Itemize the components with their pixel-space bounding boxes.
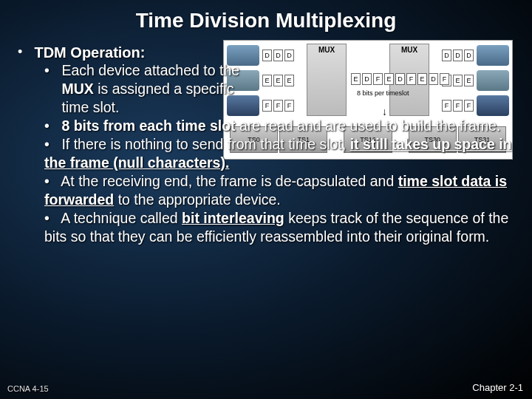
- bullet-5: A technique called bit interleaving keep…: [44, 209, 514, 246]
- slide-body: TDM Operation: Each device attached to t…: [0, 38, 532, 246]
- bullet-1: Each device attached to the MUX is assig…: [44, 61, 514, 117]
- outer-label: TDM Operation:: [34, 44, 145, 61]
- outer-bullet: TDM Operation: Each device attached to t…: [18, 44, 514, 246]
- bullet-3: If there is nothing to send from that ti…: [44, 135, 514, 172]
- bullet-4: At the receiving end, the frame is de-ca…: [44, 172, 514, 209]
- bullet-2: 8 bits from each time slot are read and …: [44, 117, 514, 135]
- footer-right: Chapter 2-1: [472, 382, 523, 393]
- slide-title: Time Division Multiplexing: [0, 0, 532, 38]
- footer-left: CCNA 4-15: [7, 384, 49, 393]
